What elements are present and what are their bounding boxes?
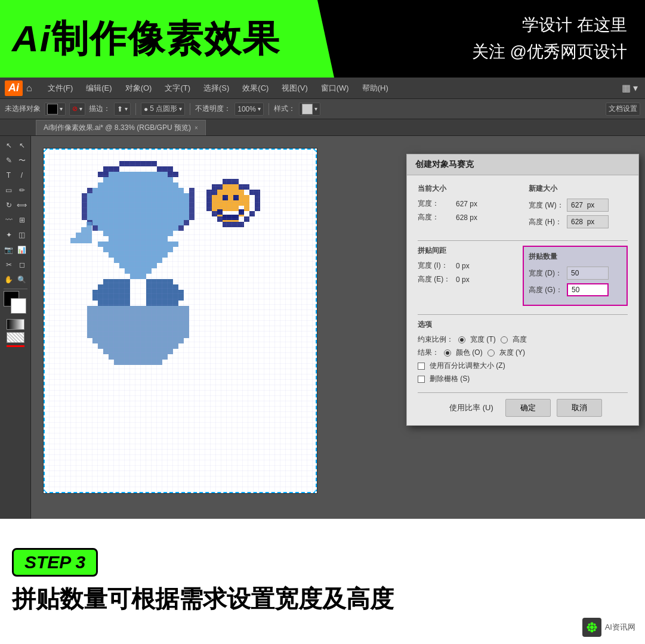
new-width-label: 宽度 (W)： [529,200,564,210]
camera-tool[interactable]: 📷 [2,243,16,257]
handle-tr[interactable] [314,148,317,151]
new-height-input[interactable] [567,215,609,228]
svg-point-128 [590,623,593,626]
slice-tool[interactable]: ✂ [2,258,16,272]
doc-settings-btn[interactable]: 文档设置 [606,103,640,116]
eyedropper-tool[interactable]: ✦ [2,228,16,242]
cancel-button[interactable]: 取消 [557,399,602,417]
line-tool[interactable]: / [16,168,29,182]
shape-tools: ▭ ✏ [2,183,29,197]
menu-help[interactable]: 帮助(H) [356,80,394,96]
result-color-label: 颜色 (O) [456,348,483,358]
menu-window[interactable]: 窗口(W) [315,80,355,96]
handle-br[interactable] [314,491,317,494]
blend-tools: 📷 📊 [2,243,29,257]
result-color-radio[interactable] [444,349,451,357]
menu-view[interactable]: 视图(V) [276,80,313,96]
toolbar-divider-3 [269,103,269,115]
opacity-item[interactable]: 100% ▾ [234,103,264,116]
stroke-item[interactable]: ⊘ ▾ [69,103,85,116]
new-width-input[interactable] [567,199,609,212]
fill-color-item[interactable]: ▾ [44,103,66,116]
tile-spacing-label: 拼贴间距 [418,246,511,256]
tile-count-width-field: 宽度 (D)： [529,267,622,280]
menu-select[interactable]: 选择(S) [197,80,235,96]
ai-application: Ai ⌂ 文件(F) 编辑(E) 对象(O) 文字(T) 选择(S) 效果(C)… [0,78,645,519]
grid-icon[interactable]: ▦ ▾ [622,82,638,94]
tile-count-height-input[interactable] [567,283,609,296]
tile-spacing-height-field: 高度 (E)： 0 px [418,274,511,284]
dialog-title-bar: 创建对象马赛克 [407,154,638,175]
watermark-text: AI资讯网 [605,622,635,633]
tile-width-value: 0 px [456,262,470,270]
chart-tool[interactable]: 📊 [16,243,29,257]
tile-count-width-label: 宽度 (D)： [529,268,564,278]
svg-point-133 [593,624,595,626]
workspace: ↖ ↖ ✎ 〜 T / ▭ ✏ ↻ ⟺ 〰 ⊞ [0,136,645,519]
canvas-area: 创建对象马赛克 当前大小 宽度： 627 px 高度： [31,136,645,519]
pen-tool[interactable]: ✎ [2,153,16,168]
stroke-width-item[interactable]: ⬆ ▾ [114,103,131,116]
shape-item[interactable]: ● 5 点圆形 ▾ [141,103,185,116]
banner-title-ai: Ai [12,18,51,59]
menu-text[interactable]: 文字(T) [159,80,196,96]
shape-builder-tool[interactable]: ⊞ [16,213,29,227]
use-ratio-button[interactable]: 使用比率 (U) [443,399,499,417]
rectangle-tool[interactable]: ▭ [2,183,16,197]
paintbrush-tool[interactable]: ✏ [16,183,29,197]
tile-width-label: 宽度 (I)： [418,261,453,271]
handle-bl[interactable] [43,491,46,494]
style-item[interactable]: ▾ [299,103,320,116]
rotate-tool[interactable]: ↻ [2,198,16,212]
result-label: 结果： [418,348,439,358]
type-tool[interactable]: T [2,168,16,182]
result-gray-radio[interactable] [487,349,495,357]
current-size-label: 当前大小 [418,184,517,194]
opacity-label: 不透明度： [195,104,231,114]
constrain-width-radio[interactable] [458,336,465,343]
menu-effect[interactable]: 效果(C) [236,80,274,96]
warp-tool[interactable]: 〰 [2,213,16,227]
direct-selection-tool[interactable]: ↖ [16,138,29,153]
result-row: 结果： 颜色 (O) 灰度 (Y) [418,348,628,358]
text-tools: T / [2,168,29,182]
menu-object[interactable]: 对象(O) [119,80,158,96]
none-swatch[interactable] [7,332,24,343]
dialog-body: 当前大小 宽度： 627 px 高度： 628 px 新建大小 [407,175,638,425]
constrain-row: 约束比例： 宽度 (T) 高度 [418,335,628,345]
hand-tool[interactable]: ✋ [2,273,16,287]
curvature-tool[interactable]: 〜 [16,153,29,168]
tab-close-btn[interactable]: × [195,125,198,131]
stroke-label: 描边： [89,104,110,114]
background-swatch[interactable] [11,298,26,314]
no-selection-label: 未选择对象 [5,104,41,114]
delete-grid-label: 删除栅格 (S) [430,374,470,384]
handle-tl[interactable] [43,148,46,151]
menu-edit[interactable]: 编辑(E) [80,80,118,96]
home-icon[interactable]: ⌂ [26,83,32,94]
ok-button[interactable]: 确定 [505,399,551,417]
zoom-tool[interactable]: 🔍 [16,273,29,287]
tile-count-width-input[interactable] [567,267,609,280]
menu-file[interactable]: 文件(F) [42,80,79,96]
use-percent-checkbox[interactable] [418,363,425,370]
dialog-buttons: 使用比率 (U) 确定 取消 [418,392,628,417]
svg-point-131 [594,626,597,629]
rotate-tools: ↻ ⟺ [2,198,29,212]
options-label: 选项 [418,320,628,330]
gradient-swatch[interactable] [7,319,24,330]
gradient-tool[interactable]: ◫ [16,228,29,242]
tile-count-height-field: 高度 (G)： [529,283,622,296]
width-tool[interactable]: ⟺ [16,198,29,212]
tile-spacing-width-field: 宽度 (I)： 0 px [418,261,511,271]
current-width-field: 宽度： 627 px [418,199,517,209]
tile-section: 拼贴间距 宽度 (I)： 0 px 高度 (E)： 0 px 拼贴数量 [418,246,628,306]
toolbar-divider-1 [135,103,136,115]
document-tab[interactable]: Ai制作像素效果.ai* @ 8.33% (RGB/GPU 预览) × [36,120,206,135]
zoom-tools: ✋ 🔍 [2,273,29,287]
constrain-height-radio[interactable] [501,336,508,343]
selection-tool[interactable]: ↖ [2,138,16,153]
delete-grid-checkbox[interactable] [418,376,425,383]
step-badge: STEP 3 [12,548,98,577]
eraser-tool[interactable]: ◻ [16,258,29,272]
